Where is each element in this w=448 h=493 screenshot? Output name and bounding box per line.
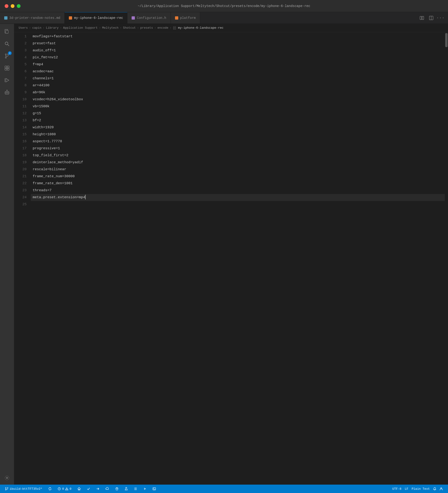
code-line: channels=1 bbox=[31, 75, 445, 82]
line-number: 1 bbox=[14, 33, 27, 40]
extensions-icon[interactable] bbox=[1, 63, 12, 74]
home-item[interactable] bbox=[76, 487, 82, 491]
svg-point-53 bbox=[441, 488, 442, 489]
terminal-icon bbox=[153, 487, 156, 491]
source-item[interactable] bbox=[142, 487, 148, 491]
breadcrumb-filename[interactable]: my-iphone-6-landscape-rec bbox=[178, 26, 224, 30]
svg-point-19 bbox=[6, 92, 7, 93]
breadcrumb-shotcut[interactable]: Shotcut bbox=[123, 26, 136, 30]
encoding-label: UTF-8 bbox=[392, 487, 401, 491]
svg-point-20 bbox=[7, 92, 8, 93]
breadcrumb-meltytech[interactable]: Meltytech bbox=[102, 26, 118, 30]
terminal-item[interactable] bbox=[151, 487, 157, 491]
breadcrumb-appsupport[interactable]: Application Support bbox=[63, 26, 98, 30]
breadcrumb-users[interactable]: Users bbox=[19, 26, 28, 30]
more-actions-button[interactable]: ··· bbox=[437, 14, 444, 22]
line-number: 22 bbox=[14, 180, 27, 187]
minimize-button[interactable] bbox=[11, 4, 14, 8]
person-item[interactable] bbox=[438, 487, 444, 491]
bell-item[interactable] bbox=[432, 487, 438, 491]
code-line: width=1920 bbox=[31, 124, 445, 131]
code-line: rescale=bilinear bbox=[31, 166, 445, 173]
code-line: preset=fast bbox=[31, 40, 445, 47]
warning-icon bbox=[65, 487, 68, 491]
line-number: 5 bbox=[14, 61, 27, 68]
maximize-button[interactable] bbox=[17, 4, 21, 8]
tab-md[interactable]: 3d-printer-random-notes.md bbox=[0, 12, 65, 23]
line-number: 21 bbox=[14, 173, 27, 180]
svg-point-31 bbox=[8, 487, 8, 488]
traffic-lights bbox=[0, 4, 21, 8]
source-icon bbox=[143, 487, 147, 491]
code-line: acodec=aac bbox=[31, 68, 445, 75]
cloud-item[interactable] bbox=[104, 487, 111, 491]
check-icon bbox=[87, 487, 90, 491]
svg-point-10 bbox=[5, 57, 7, 58]
breadcrumb-encode[interactable]: encode bbox=[158, 26, 169, 30]
settings-icon[interactable] bbox=[1, 473, 12, 485]
titlebar: ~/Library/Application Support/Meltytech/… bbox=[0, 0, 448, 12]
code-line: frame_rate_den=1001 bbox=[31, 180, 445, 187]
line-ending-label: LF bbox=[405, 487, 408, 491]
line-number: 24 bbox=[14, 194, 27, 201]
line-number: 20 bbox=[14, 166, 27, 173]
error-count: 0 bbox=[62, 487, 64, 491]
trash-item[interactable] bbox=[114, 487, 120, 491]
activity-bar: 2 bbox=[0, 24, 14, 485]
ellipsis-icon: ··· bbox=[436, 16, 445, 20]
scrollbar-thumb[interactable] bbox=[445, 33, 448, 47]
breadcrumb-presets[interactable]: presets bbox=[140, 26, 153, 30]
code-content[interactable]: movflags=+faststartpreset=fastaudio_off=… bbox=[31, 32, 445, 485]
run-icon[interactable] bbox=[1, 75, 12, 86]
split-editor-button[interactable] bbox=[418, 14, 425, 22]
code-line: bf=2 bbox=[31, 117, 445, 124]
branch-item[interactable]: ibuild-bttTFT35v2* bbox=[4, 487, 44, 491]
svg-point-22 bbox=[7, 90, 8, 91]
svg-rect-1 bbox=[422, 16, 424, 20]
scrollbar[interactable] bbox=[445, 32, 448, 485]
svg-rect-12 bbox=[5, 66, 7, 68]
line-number: 12 bbox=[14, 110, 27, 117]
close-button[interactable] bbox=[5, 4, 8, 8]
sync-item[interactable] bbox=[47, 487, 53, 491]
search-icon[interactable] bbox=[1, 38, 12, 49]
line-number: 11 bbox=[14, 103, 27, 110]
errors-item[interactable]: 0 0 bbox=[56, 487, 73, 491]
line-number: 18 bbox=[14, 152, 27, 159]
line-number: 17 bbox=[14, 145, 27, 152]
tab-actions: ··· bbox=[418, 12, 448, 23]
code-line: progressive=1 bbox=[31, 145, 445, 152]
language-item[interactable]: Plain Text bbox=[410, 487, 431, 491]
line-number: 15 bbox=[14, 131, 27, 138]
status-bar: ibuild-bttTFT35v2* 0 0 bbox=[0, 485, 448, 493]
sync-icon bbox=[48, 487, 52, 491]
breadcrumb-library[interactable]: Library bbox=[46, 26, 58, 30]
line-number: 14 bbox=[14, 124, 27, 131]
tab-label-active: my-iphone-6-landscape-rec bbox=[74, 16, 123, 20]
home-icon bbox=[78, 487, 81, 491]
layout-button[interactable] bbox=[427, 14, 435, 22]
main-layout: 2 bbox=[0, 24, 448, 485]
breadcrumb-capin[interactable]: capin bbox=[32, 26, 41, 30]
arrow-item[interactable] bbox=[95, 487, 101, 491]
source-control-icon[interactable]: 2 bbox=[1, 50, 12, 62]
svg-rect-15 bbox=[7, 68, 9, 70]
robot-icon[interactable] bbox=[1, 87, 12, 98]
list-item-status[interactable] bbox=[133, 487, 138, 491]
trash-icon bbox=[115, 487, 118, 491]
code-line: vb=1500k bbox=[31, 103, 445, 110]
tab-active[interactable]: my-iphone-6-landscape-rec bbox=[65, 12, 127, 23]
tab-label-platform: platform bbox=[180, 16, 196, 20]
language-label: Plain Text bbox=[412, 487, 430, 491]
check-item[interactable] bbox=[85, 487, 92, 491]
editor-content[interactable]: 1234567891011121314151617181920212223242… bbox=[14, 32, 448, 485]
tab-platform[interactable]: platform bbox=[171, 12, 200, 23]
error-icon bbox=[58, 487, 61, 491]
line-number: 7 bbox=[14, 75, 27, 82]
encoding-item[interactable]: UTF-8 bbox=[391, 487, 403, 491]
tab-h[interactable]: Configuration.h bbox=[127, 12, 171, 23]
svg-rect-13 bbox=[7, 66, 9, 68]
explorer-icon[interactable] bbox=[1, 26, 12, 37]
line-ending-item[interactable]: LF bbox=[403, 487, 410, 491]
flask-item[interactable] bbox=[123, 487, 129, 491]
